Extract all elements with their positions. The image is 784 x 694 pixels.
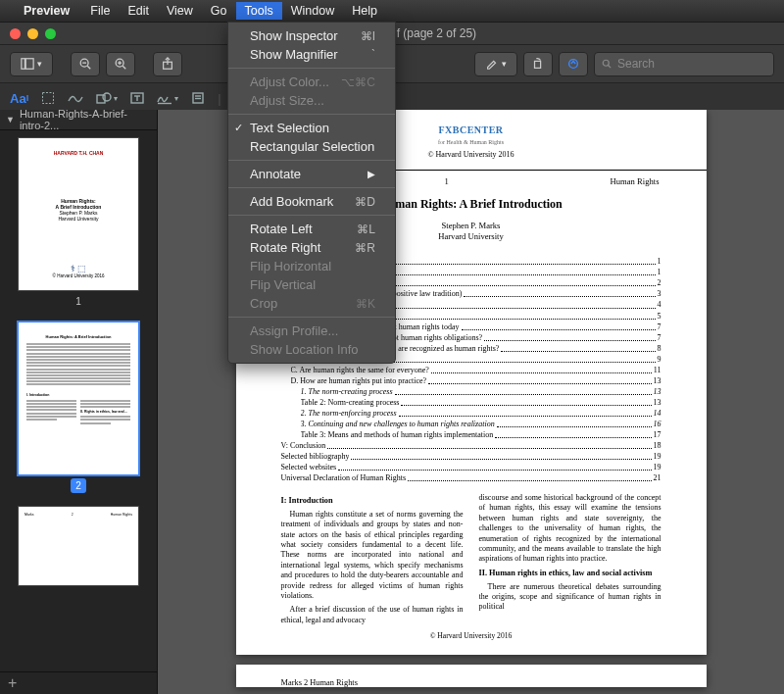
menu-rect-selection[interactable]: Rectangular Selection [228, 137, 395, 156]
menu-adjust-size: Adjust Size... [228, 91, 395, 110]
search-placeholder: Search [617, 57, 655, 71]
thumb1-logo: HARVARD T.H. CHAN [28, 150, 128, 156]
toc-row: 2. The norm-enforcing process14 [281, 408, 662, 419]
search-field[interactable]: Search [594, 52, 774, 76]
minimize-window-button[interactable] [27, 28, 38, 39]
add-page-button[interactable]: + [0, 671, 157, 694]
menu-rotate-right[interactable]: Rotate Right⌘R [228, 238, 395, 257]
menu-window[interactable]: Window [282, 2, 343, 20]
toc-row: V: Conclusion18 [281, 440, 662, 451]
menu-show-magnifier[interactable]: Show Magnifier` [228, 45, 395, 64]
zoom-in-button[interactable] [106, 52, 135, 76]
menu-show-inspector[interactable]: Show Inspector⌘I [228, 26, 395, 45]
view-mode-button[interactable]: ▾ [10, 52, 53, 76]
highlight-button[interactable]: ▾ [474, 52, 517, 76]
svg-point-17 [103, 93, 111, 101]
thumbnail-page-1[interactable]: HARVARD T.H. CHAN Human Rights: A Brief … [19, 138, 138, 290]
zoom-window-button[interactable] [45, 28, 56, 39]
page-footer: © Harvard University 2016 [281, 631, 662, 641]
menubar: Preview File Edit View Go Tools Window H… [0, 0, 784, 23]
toc-row: Table 3: Means and methods of human righ… [281, 429, 662, 440]
thumb1-copy: © Harvard University 2016 [28, 273, 128, 278]
menu-add-bookmark[interactable]: Add Bookmark⌘D [228, 192, 395, 211]
svg-rect-15 [43, 93, 54, 104]
heading-2: II. Human rights in ethics, law and soci… [479, 569, 662, 579]
menu-adjust-color: Adjust Color...⌥⌘C [228, 73, 395, 91]
shapes-tool[interactable]: ▾ [96, 91, 118, 105]
zoom-out-button[interactable] [71, 52, 100, 76]
markup-button[interactable] [559, 52, 588, 76]
run2-center: 2 [304, 678, 308, 687]
svg-rect-0 [22, 59, 25, 70]
file-header[interactable]: ▼ Human-Rights-A-brief-intro-2... [0, 110, 157, 130]
svg-line-3 [87, 66, 90, 69]
thumbnail-label-1: 1 [71, 294, 86, 309]
thumb1-logos: ⚕ ⬚ [28, 264, 128, 273]
close-window-button[interactable] [10, 28, 21, 39]
menu-text-selection[interactable]: ✓Text Selection [228, 119, 395, 137]
file-name: Human-Rights-A-brief-intro-2... [20, 110, 151, 131]
submenu-arrow-icon: ▶ [368, 169, 375, 179]
sign-tool[interactable]: ▾ [157, 91, 178, 105]
page-3-top: Marks 2 Human Rights [236, 665, 707, 687]
toc-row: C. Are human rights the same for everyon… [281, 365, 662, 375]
para-3: discourse and some historical background… [479, 493, 662, 565]
fxb-subtitle: for Health & Human Rights [438, 139, 504, 145]
thumbnails-sidebar: ▼ Human-Rights-A-brief-intro-2... HARVAR… [0, 110, 158, 694]
disclosure-triangle-icon[interactable]: ▼ [6, 115, 15, 124]
svg-point-13 [603, 60, 609, 66]
svg-rect-11 [535, 61, 541, 68]
menu-edit[interactable]: Edit [119, 2, 158, 20]
menu-tools[interactable]: Tools [236, 2, 282, 20]
menu-crop: Crop⌘K [228, 294, 395, 313]
app-name[interactable]: Preview [16, 2, 77, 20]
text-tool[interactable] [130, 91, 144, 105]
doc-affil: Harvard University [438, 231, 504, 241]
svg-line-14 [609, 66, 612, 69]
search-icon [601, 58, 612, 70]
running-title: Human Rights [611, 176, 660, 187]
checkmark-icon: ✓ [234, 122, 243, 134]
run2-right: Human Rights [310, 678, 358, 687]
sketch-tool[interactable] [68, 91, 83, 105]
toc-row: D. How are human rights put into practic… [281, 375, 662, 386]
para-4: There are numerous theoretical debates s… [479, 582, 662, 613]
menu-file[interactable]: File [81, 2, 119, 20]
toc-row: Selected websites19 [281, 462, 662, 472]
svg-rect-1 [25, 59, 33, 70]
para-2: After a brief discussion of the use of h… [281, 605, 464, 625]
fxb-logo: FXBCENTER [438, 124, 503, 135]
run2-left: Marks [281, 678, 302, 687]
toc-row: 3. Continuing and new challenges to huma… [281, 419, 662, 429]
running-page-num: 1 [444, 176, 448, 187]
toc-row: 1. The norm-creating process13 [281, 386, 662, 397]
para-1: Human rights constitute a set of norms g… [281, 510, 464, 602]
heading-intro: I: Introduction [281, 496, 464, 507]
thumbnail-page-3[interactable]: Marks2Human Rights [19, 507, 138, 585]
toc-row: Universal Declaration of Human Rights21 [281, 472, 662, 483]
share-button[interactable] [153, 52, 182, 76]
note-tool[interactable] [191, 91, 205, 105]
toc-row: Selected bibliography19 [281, 451, 662, 462]
thumbnail-label-2: 2 [71, 478, 86, 493]
menu-view[interactable]: View [158, 2, 202, 20]
menu-flip-horizontal: Flip Horizontal [228, 257, 395, 275]
svg-line-6 [122, 66, 125, 69]
rect-selection-tool[interactable] [41, 91, 55, 105]
doc-author: Stephen P. Marks [442, 221, 501, 230]
text-selection-tool[interactable]: AaI [10, 91, 28, 106]
menu-flip-vertical: Flip Vertical [228, 275, 395, 294]
menu-rotate-left[interactable]: Rotate Left⌘L [228, 220, 395, 238]
menu-annotate[interactable]: Annotate▶ [228, 165, 395, 183]
rotate-button[interactable] [523, 52, 553, 76]
menu-assign-profile: Assign Profile... [228, 322, 395, 340]
menu-show-location: Show Location Info [228, 340, 395, 359]
menu-help[interactable]: Help [343, 2, 386, 20]
thumb1-affil: Harvard University [28, 216, 128, 222]
toc-row: Table 2: Norm-creating process13 [281, 397, 662, 408]
menu-go[interactable]: Go [202, 2, 236, 20]
tools-menu-dropdown: Show Inspector⌘I Show Magnifier` Adjust … [227, 22, 396, 364]
thumbnail-page-2[interactable]: Human Rights: A Brief Introduction I. In… [19, 322, 138, 474]
